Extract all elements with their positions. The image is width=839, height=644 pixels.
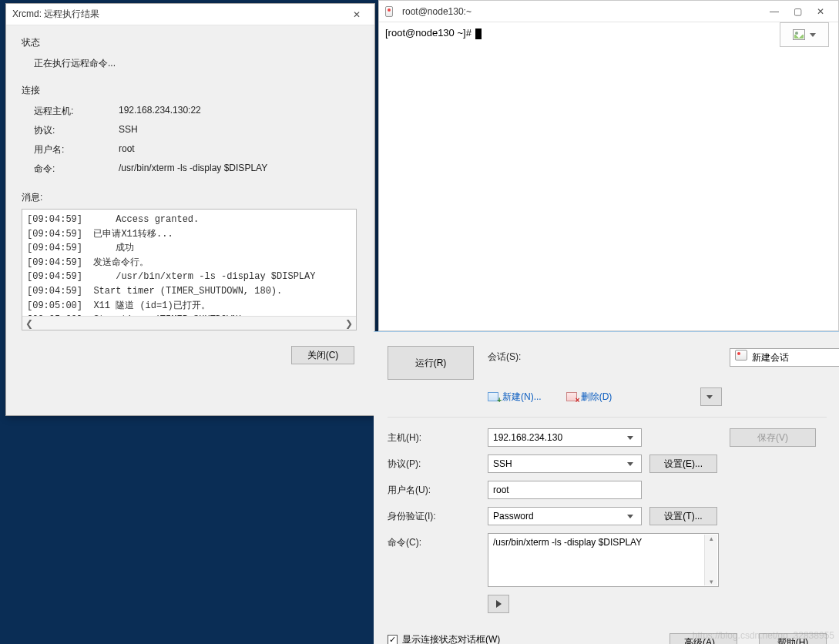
xrcmd-title: Xrcmd: 远程执行结果 [12, 8, 345, 21]
chevron-down-icon [627, 462, 633, 466]
remote-host-label: 远程主机: [34, 105, 119, 118]
session-panel: 会话(S): 新建会话 运行(R) 新建(N)... 删除(D) 主机(H): … [374, 331, 839, 644]
delete-icon [566, 392, 577, 401]
terminal-app-icon [385, 5, 398, 18]
connect-section-label: 连接 [22, 84, 359, 97]
watermark-text: https://blog.csdn.net/qq_32838955 [693, 630, 834, 641]
status-text: 正在执行远程命令... [34, 57, 116, 70]
terminal-window: root@node130:~ — ▢ ✕ [root@node130 ~]# [378, 0, 839, 331]
protocol-select[interactable]: SSH [488, 454, 642, 473]
auth-value: Password [493, 511, 534, 522]
xrcmd-titlebar[interactable]: Xrcmd: 远程执行结果 ✕ [6, 4, 374, 25]
remote-host-value: 192.168.234.130:22 [119, 105, 359, 118]
username-value: root [119, 143, 359, 156]
new-icon [488, 392, 498, 401]
auth-select[interactable]: Password [488, 507, 642, 525]
auth-settings-button[interactable]: 设置(T)... [649, 507, 717, 525]
command-label: 命令: [34, 163, 119, 176]
delete-session-link[interactable]: 删除(D) [566, 391, 612, 404]
textarea-scrollbar[interactable]: ▴▾ [704, 535, 717, 585]
username-label: 用户名: [34, 143, 119, 156]
chevron-down-icon [810, 33, 816, 37]
picture-icon [793, 29, 805, 40]
command-value: /usr/bin/xterm -ls -display $DISPLAY [119, 163, 359, 176]
protocol-settings-button[interactable]: 设置(E)... [649, 454, 717, 473]
execute-button[interactable] [488, 595, 509, 613]
terminal-prompt: [root@node130 ~]# [385, 27, 474, 39]
new-session-link[interactable]: 新建(N)... [488, 391, 542, 404]
user-label: 用户名(U): [388, 484, 480, 497]
scroll-right-icon[interactable]: ❯ [342, 317, 356, 330]
protocol-label: 协议(P): [388, 458, 480, 471]
protocol-value: SSH [493, 458, 512, 469]
auth-label: 身份验证(I): [388, 510, 480, 523]
host-value: 192.168.234.130 [493, 432, 562, 443]
command-value: /usr/bin/xterm -ls -display $DISPLAY [493, 537, 642, 548]
message-section-label: 消息: [22, 191, 359, 204]
message-log[interactable]: [09:04:59] Access granted. [09:04:59] 已申… [22, 209, 357, 330]
host-label: 主机(H): [388, 431, 480, 444]
protocol-value: SSH [119, 124, 359, 137]
message-log-text: [09:04:59] Access granted. [09:04:59] 已申… [22, 210, 356, 316]
chevron-down-icon [706, 395, 713, 399]
play-icon [496, 600, 502, 608]
close-button[interactable]: 关闭(C) [291, 346, 354, 364]
scroll-left-icon[interactable]: ❮ [22, 317, 36, 330]
protocol-label: 协议: [34, 124, 119, 137]
host-combo[interactable]: 192.168.234.130 [488, 428, 642, 447]
close-icon[interactable]: ✕ [345, 7, 368, 22]
session-label: 会话(S): [488, 351, 722, 364]
username-input[interactable] [488, 481, 642, 499]
save-button[interactable]: 保存(V) [730, 428, 816, 447]
horizontal-scrollbar[interactable]: ❮ ❯ [22, 316, 356, 330]
minimize-icon[interactable]: — [763, 4, 786, 19]
xrcmd-dialog: Xrcmd: 远程执行结果 ✕ 状态 正在执行远程命令... 连接 远程主机:1… [5, 3, 375, 416]
dropdown-button[interactable] [700, 387, 722, 406]
maximize-icon[interactable]: ▢ [786, 4, 809, 19]
terminal-cursor [475, 29, 482, 39]
image-dropdown-button[interactable] [780, 22, 829, 47]
session-select[interactable]: 新建会话 [730, 348, 839, 367]
terminal-body[interactable]: [root@node130 ~]# [379, 22, 838, 44]
status-section-label: 状态 [22, 36, 359, 49]
close-icon[interactable]: ✕ [809, 4, 832, 19]
session-select-value: 新建会话 [752, 352, 789, 363]
run-button[interactable]: 运行(R) [388, 346, 474, 380]
session-icon [735, 350, 747, 361]
terminal-title: root@node130:~ [402, 6, 763, 17]
chevron-down-icon [627, 515, 633, 518]
command-label: 命令(C): [388, 533, 480, 549]
terminal-titlebar[interactable]: root@node130:~ — ▢ ✕ [379, 1, 838, 22]
command-textarea[interactable]: /usr/bin/xterm -ls -display $DISPLAY ▴▾ [488, 533, 719, 587]
chevron-down-icon [627, 436, 633, 440]
